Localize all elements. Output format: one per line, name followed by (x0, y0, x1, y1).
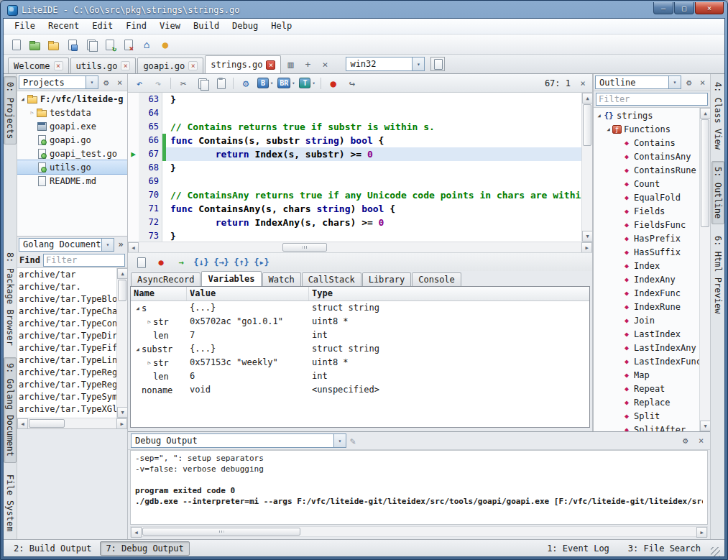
scroll-left-icon[interactable]: ◀ (128, 242, 139, 253)
doc-tab-welcome[interactable]: Welcome× (8, 58, 69, 73)
code-line[interactable]: 63} (128, 93, 581, 106)
output-hscrollbar[interactable]: ◀ ▶ (130, 526, 708, 537)
menu-item-help[interactable]: Help (264, 19, 298, 33)
close-file-button[interactable] (119, 36, 137, 52)
line-number[interactable]: 72 (139, 216, 162, 229)
save-all-button[interactable] (82, 36, 99, 52)
column-header-type[interactable]: Type (309, 287, 589, 300)
stop-debug-button[interactable]: ● (152, 254, 170, 270)
status-button-3-file-search[interactable]: 3: File Search (622, 541, 706, 556)
env-settings-button[interactable] (430, 57, 445, 71)
doc-list-item[interactable]: archive/tar (19, 269, 116, 281)
variable-row[interactable]: ▷str0x5702ac "go1.0.1"uint8 * (131, 315, 589, 329)
code-line[interactable]: 66func Contains(s, substr string) bool { (128, 134, 581, 147)
gear-icon[interactable]: ⚙ (100, 76, 112, 89)
projects-combo[interactable]: Projects ▾ (19, 75, 98, 89)
reload-file-button[interactable] (101, 36, 118, 52)
open-folder-button[interactable] (26, 36, 43, 52)
outline-item-row[interactable]: ◆Split (594, 409, 699, 423)
outline-item-row[interactable]: ◆Join (594, 313, 699, 327)
editor-hscrollbar[interactable]: ◀ ▶ (128, 242, 592, 252)
build-config-button[interactable]: ● (157, 36, 174, 52)
variable-row[interactable]: ◢substr{...}struct string (131, 342, 589, 356)
build-run-menu-button[interactable]: BR▾ (276, 78, 296, 88)
outline-item-row[interactable]: ◆Count (594, 177, 699, 191)
code-line[interactable]: 65// Contains returns true if substr is … (128, 120, 581, 134)
variable-row[interactable]: ◢s{...}struct string (131, 301, 589, 315)
maximize-button[interactable]: □ (674, 2, 694, 14)
outline-item-row[interactable]: ◢ƒFunctions (594, 122, 699, 136)
project-tree-item-row[interactable]: goapi.exe (17, 119, 127, 133)
menu-item-find[interactable]: Find (119, 19, 153, 33)
project-tree-item-row[interactable]: README.md (17, 174, 127, 188)
scroll-left-icon[interactable]: ◀ (131, 527, 142, 538)
title-bar[interactable]: LiteIDE - C:\Go\src\pkg\strings\strings.… (3, 1, 725, 18)
status-button-1-event-log[interactable]: 1: Event Log (541, 541, 615, 556)
start-debug-button[interactable]: ● (325, 75, 342, 91)
scroll-track[interactable] (582, 104, 592, 231)
save-file-button[interactable] (63, 36, 80, 52)
continue-debug-button[interactable]: → (172, 254, 190, 270)
doc-list-item[interactable]: archive/tar.TypeSymlink (19, 391, 116, 403)
menu-item-recent[interactable]: Recent (42, 19, 86, 33)
doc-list-item[interactable]: archive/tar.TypeRegA (19, 379, 116, 391)
menu-item-debug[interactable]: Debug (226, 19, 264, 33)
menu-item-edit[interactable]: Edit (86, 19, 119, 33)
run-to-line-button[interactable]: {▸} (253, 254, 270, 270)
outline-item-row[interactable]: ◆Fields (594, 204, 699, 218)
debug-tab-console[interactable]: Console (412, 272, 461, 286)
project-tree-item-row[interactable]: goapi.go (17, 133, 127, 147)
side-tab-9-golang-document[interactable]: 9: Golang Document (4, 357, 17, 462)
project-tree-item-row[interactable]: goapi_test.go (17, 147, 127, 160)
outline-item-row[interactable]: ◆LastIndexAny (594, 341, 699, 354)
code-line[interactable]: 64 (128, 106, 581, 120)
status-button-2-build-output[interactable]: 2: Build Output (8, 541, 97, 556)
doc-tab-goapi-go[interactable]: goapi.go× (137, 58, 203, 73)
doc-list-item[interactable]: archive/tar.TypeReg (19, 367, 116, 379)
outline-item-row[interactable]: ◆ContainsAny (594, 150, 699, 163)
gear-icon[interactable]: ⚙ (683, 76, 695, 89)
scroll-up-icon[interactable]: ▲ (582, 93, 593, 104)
build-menu-button[interactable]: B▾ (256, 78, 275, 88)
outline-item-row[interactable]: ◆ContainsRune (594, 163, 699, 177)
outline-item-row[interactable]: ◆EqualFold (594, 191, 699, 204)
code-line[interactable]: 69 (128, 175, 581, 188)
line-number[interactable]: 64 (139, 106, 162, 120)
test-menu-button[interactable]: T▾ (298, 78, 316, 88)
debug-tab-variables[interactable]: Variables (201, 271, 261, 286)
scroll-right-icon[interactable]: ▶ (581, 242, 592, 253)
scroll-track[interactable] (117, 279, 127, 407)
scroll-thumb[interactable] (142, 528, 300, 536)
outline-item-row[interactable]: ◆Contains (594, 136, 699, 150)
project-tree-item-row[interactable]: utils.go (17, 160, 127, 174)
outline-item-row[interactable]: ◢{}strings (594, 109, 699, 122)
scroll-thumb[interactable] (583, 104, 591, 146)
copy-button[interactable] (193, 75, 211, 91)
expander-icon[interactable]: ◢ (134, 346, 142, 352)
outline-item-row[interactable]: ◆SplitAfter (594, 423, 699, 431)
column-header-value[interactable]: Value (187, 287, 309, 300)
doc-list-hscrollbar[interactable]: ◀ ▶ (17, 418, 127, 428)
debug-tab-asyncrecord[interactable]: AsyncRecord (131, 272, 201, 286)
tab-close-icon[interactable]: × (266, 60, 275, 70)
close-editor-icon[interactable]: × (576, 78, 589, 88)
output-pane-combo[interactable]: Debug Output ▾ (131, 433, 346, 448)
build-button[interactable]: ⚙ (237, 75, 254, 91)
status-button-7-debug-output[interactable]: 7: Debug Output (100, 541, 189, 556)
line-number[interactable]: 70 (139, 188, 162, 202)
menu-item-view[interactable]: View (153, 19, 187, 33)
outline-item-row[interactable]: ◆Repeat (594, 382, 699, 395)
side-tab-6-html-preview[interactable]: 6: Html Preview (711, 230, 724, 319)
expander-icon[interactable]: ◢ (595, 113, 603, 119)
minimize-button[interactable]: – (653, 2, 673, 14)
scroll-right-icon[interactable]: ▶ (696, 527, 707, 538)
new-file-button[interactable] (7, 36, 24, 52)
project-tree-item-row[interactable]: ◢F:/vfc/liteide-g (17, 92, 127, 106)
outline-combo[interactable]: Outline ▾ (595, 75, 681, 89)
doc-list-item[interactable]: archive/tar.TypeFifo (19, 342, 116, 354)
menu-item-file[interactable]: File (8, 19, 42, 33)
scroll-track[interactable] (28, 418, 116, 428)
debug-output-content[interactable]: -sep=", ": setup separators-v=false: ver… (130, 450, 708, 525)
code-line[interactable]: 73} (128, 229, 581, 242)
scroll-thumb[interactable] (282, 243, 327, 252)
